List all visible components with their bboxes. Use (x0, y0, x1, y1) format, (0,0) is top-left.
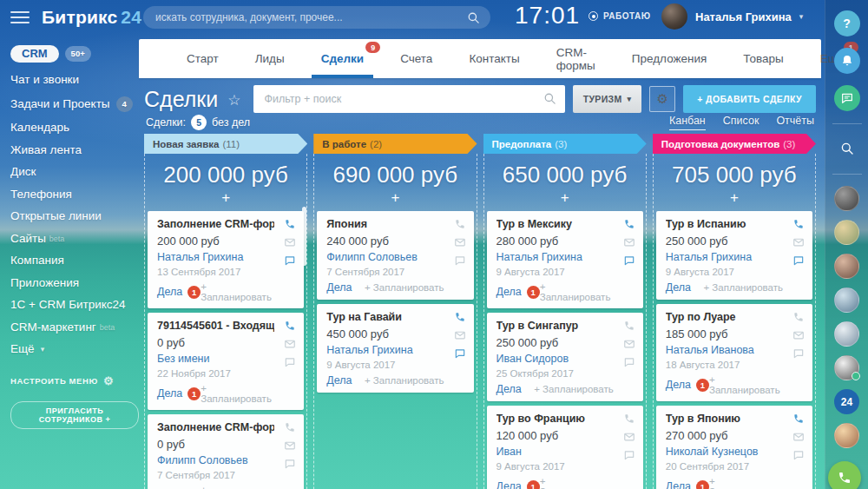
work-status-toggle[interactable]: РАБОТАЮ (589, 11, 651, 21)
deals-link[interactable]: Дела (157, 387, 182, 400)
avatar[interactable] (834, 220, 859, 245)
avatar[interactable] (834, 186, 859, 211)
bell-icon[interactable] (834, 48, 860, 74)
filter-search-input[interactable] (253, 85, 564, 113)
deal-contact-link[interactable]: Николай Кузнецов (666, 446, 783, 458)
chat-icon[interactable] (792, 347, 805, 360)
view-link[interactable]: Список (723, 115, 760, 130)
deal-contact-link[interactable]: Филипп Соловьев (157, 454, 274, 466)
deals-link[interactable]: Дела (666, 281, 691, 294)
favorite-star-icon[interactable]: ☆ (227, 91, 240, 109)
plan-activity-link[interactable]: + Запланировать (540, 281, 614, 302)
phone-icon[interactable] (623, 413, 635, 425)
phone-icon[interactable] (284, 421, 296, 433)
phone-icon[interactable] (284, 218, 296, 230)
view-settings-button[interactable]: ⚙ (649, 86, 675, 112)
add-card-button[interactable]: + (391, 190, 399, 206)
search-icon[interactable] (834, 135, 860, 162)
mail-icon[interactable] (284, 236, 296, 248)
search-icon[interactable] (543, 92, 556, 105)
plan-activity-link[interactable]: + Запланировать (709, 374, 783, 395)
phone-icon[interactable] (792, 218, 805, 230)
kanban-column-header[interactable]: В работе (2) (313, 134, 477, 154)
deals-link[interactable]: Дела (666, 379, 691, 391)
mail-icon[interactable] (454, 236, 466, 248)
mail-icon[interactable] (623, 431, 635, 443)
mail-icon[interactable] (284, 439, 296, 452)
configure-menu-button[interactable]: НАСТРОИТЬ МЕНЮ ⚙ (10, 374, 139, 387)
deal-card[interactable]: Тур в Испанию 250 000 руб Наталья Грихин… (656, 211, 812, 300)
phone-call-button[interactable] (828, 461, 861, 489)
chat-icon[interactable] (454, 347, 466, 360)
plan-activity-link[interactable]: + Запланировать (201, 281, 274, 302)
deal-contact-link[interactable]: Наталья Грихина (157, 251, 274, 263)
sidebar-item[interactable]: Открытые линии (10, 210, 139, 222)
mail-icon[interactable] (792, 431, 805, 443)
phone-icon[interactable] (623, 218, 635, 230)
chat-icon[interactable] (623, 449, 635, 461)
mail-icon[interactable] (623, 338, 635, 350)
deals-link[interactable]: Дела (157, 286, 182, 298)
plan-activity-link[interactable]: + Запланировать (365, 282, 444, 293)
deal-contact-link[interactable]: Наталья Иванова (666, 344, 783, 356)
deals-link[interactable]: Дела (666, 480, 691, 489)
chat-icon[interactable] (454, 254, 466, 267)
tab[interactable]: Старт (168, 39, 237, 78)
plan-activity-link[interactable]: + Запланировать (201, 485, 274, 489)
deal-contact-link[interactable]: Наталья Грихина (666, 251, 783, 263)
mail-icon[interactable] (284, 338, 296, 350)
plan-activity-link[interactable]: + Запланировать (534, 384, 614, 394)
deal-card[interactable]: Тур в Сингапур 250 000 руб Иван Сидоров … (487, 313, 643, 401)
work-clock[interactable]: 17:01 (515, 2, 580, 30)
user-menu[interactable]: Наталья Грихина ▾ (661, 3, 803, 30)
sidebar-item[interactable]: 1С + CRM Битрикс24 (10, 299, 139, 311)
category-dropdown-button[interactable]: ТУРИЗМ ▾ (573, 85, 641, 113)
sidebar-item[interactable]: Чат и звонки (10, 74, 139, 86)
deal-card[interactable]: Заполнение CRM-формы #68 0 руб Филипп Со… (148, 414, 304, 489)
phone-icon[interactable] (454, 218, 466, 230)
avatar[interactable] (834, 423, 859, 448)
plan-activity-link[interactable]: + Запланировать (703, 282, 783, 293)
plan-activity-link[interactable]: + Запланировать (201, 383, 274, 404)
add-card-button[interactable]: + (221, 190, 230, 206)
plan-activity-link[interactable]: + Запланировать (365, 375, 444, 386)
deal-card[interactable]: Япония 240 000 руб Филипп Соловьев 7 Сен… (317, 211, 473, 300)
sidebar-item[interactable]: Приложения (10, 277, 139, 289)
mail-icon[interactable] (792, 329, 805, 341)
deal-contact-link[interactable]: Наталья Грихина (496, 251, 614, 263)
tab[interactable]: Лиды (237, 39, 303, 78)
sidebar-item[interactable]: Календарь (10, 122, 139, 134)
search-icon[interactable] (467, 11, 480, 24)
invite-employees-button[interactable]: ПРИГЛАСИТЬ СОТРУДНИКОВ + (10, 401, 139, 429)
view-link[interactable]: Отчёты (776, 115, 814, 130)
avatar[interactable] (834, 287, 859, 313)
chat-icon[interactable] (623, 356, 635, 368)
deal-contact-link[interactable]: Иван (496, 446, 614, 458)
menu-icon[interactable] (10, 11, 30, 23)
chat-icon[interactable] (284, 254, 296, 267)
deal-card[interactable]: Тур в Японию 270 000 руб Николай Кузнецо… (656, 406, 812, 489)
deal-card[interactable]: Заполнение CRM-формы #70 200 000 руб Нат… (148, 211, 304, 308)
phone-icon[interactable] (454, 311, 466, 323)
kanban-column-header[interactable]: Новая заявка (11) (144, 134, 307, 154)
mail-icon[interactable] (792, 236, 805, 248)
avatar[interactable] (834, 321, 859, 347)
chat-icon[interactable] (284, 458, 296, 470)
tab[interactable]: 9 Сделки (303, 39, 382, 78)
sidebar-item[interactable]: Сайты beta (10, 233, 139, 245)
tab[interactable]: Товары (725, 39, 801, 78)
plan-activity-link[interactable]: + Запланировать (540, 476, 614, 489)
chat-icon[interactable] (284, 356, 296, 368)
kanban-column-header[interactable]: Предоплата (3) (483, 134, 647, 154)
chat-icon[interactable] (792, 449, 805, 461)
chat-icon[interactable] (792, 254, 805, 267)
sidebar-item[interactable]: Ещё ▾ (10, 343, 139, 355)
deals-link[interactable]: Дела (496, 286, 522, 298)
sidebar-item[interactable]: Задачи и Проекты 4 (10, 96, 139, 112)
phone-icon[interactable] (284, 320, 296, 332)
deals-link[interactable]: Дела (326, 374, 352, 387)
app-logo[interactable]: Битрикс24 (42, 7, 141, 28)
tab[interactable]: Предложения (614, 39, 726, 78)
global-search-input[interactable] (143, 6, 490, 29)
mail-icon[interactable] (454, 329, 466, 341)
